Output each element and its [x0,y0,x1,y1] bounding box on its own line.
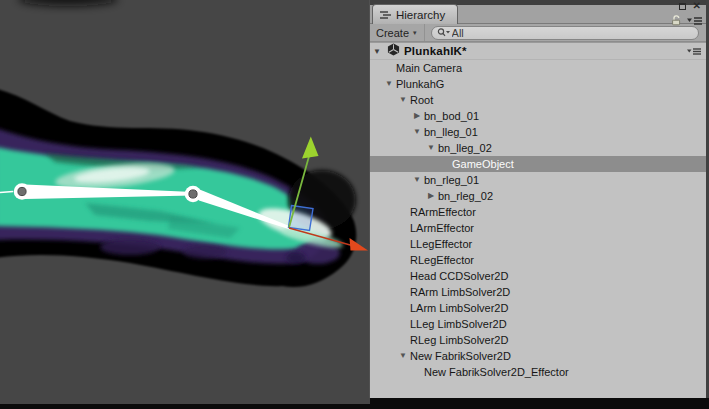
tree-row[interactable]: New FabrikSolver2D_Effector [370,364,706,380]
tree-row[interactable]: RLeg LimbSolver2D [370,332,706,348]
search-icon [437,24,450,42]
tree-row-label: RLeg LimbSolver2D [410,332,512,348]
tree-row[interactable]: RArm LimbSolver2D [370,284,706,300]
tree-row[interactable]: RLegEffector [370,252,706,268]
tree-row-label: Main Camera [396,60,466,76]
close-icon[interactable]: ✕ [693,1,701,11]
tree-row-label: RArmEffector [410,204,480,220]
hierarchy-list-icon [380,10,391,20]
tree-row[interactable]: LArmEffector [370,220,706,236]
tree-row-label: PlunkahG [396,76,448,92]
tree-row[interactable]: ▼bn_rleg_01 [370,172,706,188]
tree-row-label: Head CCDSolver2D [410,268,512,284]
hierarchy-tree: Main Camera▼PlunkahG▼Root▶bn_bod_01▼bn_l… [370,60,706,398]
foldout-arrow[interactable]: ▶ [424,188,438,204]
foldout-arrow[interactable]: ▼ [396,92,410,108]
hierarchy-panel: Hierarchy ✕ [369,0,709,398]
foldout-arrow[interactable]: ▶ [410,108,424,124]
tab-title: Hierarchy [396,9,445,21]
foldout-arrow[interactable]: ▼ [410,172,424,188]
tree-row-label: New FabrikSolver2D [410,348,515,364]
tree-row-label: bn_rleg_01 [424,172,483,188]
tree-row[interactable]: ▶bn_rleg_02 [370,188,706,204]
tree-row[interactable]: ▶bn_bod_01 [370,108,706,124]
create-button-label: Create [376,27,409,39]
scene-view[interactable] [0,0,370,404]
tree-row-label: GameObject [452,156,518,172]
foldout-arrow[interactable]: ▼ [373,47,383,56]
tree-row[interactable]: Head CCDSolver2D [370,268,706,284]
tree-row[interactable]: LLegEffector [370,236,706,252]
foldout-arrow[interactable]: ▼ [410,124,424,140]
maximize-icon[interactable] [679,3,686,10]
tree-row-label: RArm LimbSolver2D [410,284,514,300]
search-field[interactable] [431,26,699,40]
tree-row[interactable]: GameObject [370,156,706,172]
tree-row-label: LArm LimbSolver2D [410,300,512,316]
foldout-arrow[interactable]: ▼ [424,140,438,156]
tree-row-label: RLegEffector [410,252,478,268]
tree-row[interactable]: ▼Root [370,92,706,108]
tree-row[interactable]: LArm LimbSolver2D [370,300,706,316]
tree-row[interactable]: ▼PlunkahG [370,76,706,92]
search-input[interactable] [452,27,692,39]
tree-row[interactable]: ▼bn_lleg_01 [370,124,706,140]
tab-hierarchy[interactable]: Hierarchy [372,4,458,24]
tree-row[interactable]: RArmEffector [370,204,706,220]
foldout-arrow[interactable]: ▼ [396,348,410,364]
unity-editor-window: Hierarchy ✕ [0,0,709,409]
tree-row[interactable]: LLeg LimbSolver2D [370,316,706,332]
tree-row-label: LArmEffector [410,220,478,236]
tree-row[interactable]: ▼bn_lleg_02 [370,140,706,156]
tree-row[interactable]: ▼New FabrikSolver2D [370,348,706,364]
scene-menu-icon[interactable] [687,42,701,60]
scene-header[interactable]: ▼ PlunkahIK* [370,42,706,60]
scene-name: PlunkahIK* [404,45,467,57]
tree-row-label: LLegEffector [410,236,476,252]
create-button[interactable]: Create ▾ [370,24,425,41]
tree-row-label: bn_rleg_02 [438,188,497,204]
tree-row-label: Root [410,92,437,108]
tree-row-label: bn_lleg_01 [424,124,482,140]
tree-row-label: bn_bod_01 [424,108,483,124]
lock-icon[interactable] [671,12,682,30]
tree-row-label: LLeg LimbSolver2D [410,316,511,332]
panel-toolbar: Create ▾ [370,24,706,42]
tree-row-label: New FabrikSolver2D_Effector [424,364,573,380]
unity-cube-icon [387,42,400,60]
tree-row-label: bn_lleg_02 [438,140,496,156]
panel-menu-icon[interactable] [687,12,702,30]
panel-tab-bar: Hierarchy ✕ [370,0,706,24]
chevron-down-icon: ▾ [413,29,417,37]
foldout-arrow[interactable]: ▼ [382,76,396,92]
tree-row[interactable]: Main Camera [370,60,706,76]
